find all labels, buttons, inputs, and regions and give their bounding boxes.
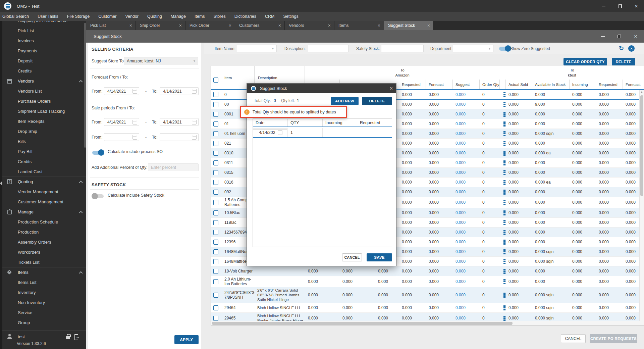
sidebar-item-credits[interactable]: Credits [2, 66, 86, 76]
row-checkbox[interactable] [213, 200, 218, 205]
row-menu-icon[interactable] [500, 313, 506, 321]
tab-pick-order[interactable]: Pick Order× [185, 21, 235, 30]
row-checkbox[interactable] [213, 316, 218, 321]
sidebar-item-assembly-orders[interactable]: Assembly Orders [2, 237, 86, 247]
safety-stock-input[interactable] [381, 45, 424, 52]
sidebar-item-pick-list[interactable]: Pick List [2, 26, 86, 36]
tab-pick-list[interactable]: Pick List× [86, 21, 136, 30]
menu-item-settings[interactable]: Settings [279, 12, 303, 21]
tab-close-icon[interactable]: × [179, 23, 182, 28]
row-checkbox[interactable] [213, 151, 218, 156]
sidebar-item-drop-ship[interactable]: Drop Ship [2, 126, 86, 136]
sidebar-item-production-schedule[interactable]: Production Schedule [2, 217, 86, 227]
menu-item-file-storage[interactable]: File Storage [63, 12, 94, 21]
row-menu-icon[interactable] [500, 129, 506, 138]
panel-minimize-icon[interactable] [601, 36, 605, 37]
row-checkbox[interactable] [213, 131, 218, 136]
menu-item-items[interactable]: Items [190, 12, 209, 21]
horizontal-scrollbar[interactable] [211, 321, 644, 325]
row-menu-icon[interactable] [500, 303, 506, 312]
calendar-icon[interactable] [192, 120, 197, 124]
menu-item-customer[interactable]: Customer [94, 12, 121, 21]
table-row[interactable]: 29465Birch Hollow SINGLE LH Poplar Jambs… [211, 313, 644, 321]
forecast-to-input[interactable]: 4/14/2021 [160, 87, 199, 95]
panel-close-icon[interactable]: × [634, 35, 637, 38]
sidebar-item-credits[interactable]: Credits [2, 156, 86, 166]
row-checkbox[interactable] [213, 160, 218, 165]
sidebar-item-vendors-list[interactable]: Vendors List [2, 86, 86, 96]
row-menu-icon[interactable] [500, 287, 506, 303]
calendar-icon[interactable] [192, 89, 197, 94]
row-checkbox[interactable] [213, 269, 218, 274]
sidebar-item-bills[interactable]: Bills [2, 136, 86, 146]
show-zero-toggle[interactable] [499, 47, 511, 51]
row-checkbox[interactable] [213, 220, 218, 225]
logout-icon[interactable] [74, 334, 79, 339]
dialog-delete-button[interactable]: DELETE [362, 97, 392, 105]
calendar-icon[interactable] [132, 89, 137, 94]
safety-stock-toggle[interactable] [92, 194, 104, 198]
row-menu-icon[interactable] [500, 247, 506, 256]
menu-item-vendor[interactable]: Vendor [121, 12, 143, 21]
sidebar-scrollbar[interactable] [84, 23, 86, 148]
sidebar-item-non-inventory[interactable]: Non Inventory [2, 297, 86, 307]
panel-restore-icon[interactable] [618, 35, 621, 38]
table-row[interactable]: 2.0 Ah Lithium-Ion Batteries0.0000.0000.… [211, 276, 644, 287]
cell-amazon-suggest[interactable]: 0.000 [453, 305, 480, 311]
row-checkbox[interactable] [213, 305, 218, 310]
row-menu-icon[interactable] [500, 197, 506, 208]
cell-amazon-suggest[interactable]: 0.000 [453, 239, 480, 245]
sidebar-item-item-receipts[interactable]: Item Receipts [2, 116, 86, 126]
dialog-cancel-button[interactable]: CANCEL [342, 253, 362, 261]
clear-order-qty-button[interactable]: CLEAR ORDER QTY [564, 58, 607, 65]
cell-amazon-suggest[interactable]: 0.000 [453, 210, 480, 216]
cell-amazon-suggest[interactable]: 0.000 [453, 258, 480, 264]
table-row[interactable]: 18-Volt Charger0.0000.0000.0000.0000.000… [211, 266, 644, 276]
row-checkbox[interactable] [213, 293, 218, 298]
table-row[interactable]: 29464Birch Hollow SINGLE LH0.0000.0000.0… [211, 303, 644, 313]
row-menu-icon[interactable] [500, 218, 506, 227]
sidebar-item-items[interactable]: Items [2, 267, 86, 277]
restore-icon[interactable] [618, 4, 622, 8]
tab-close-icon[interactable]: × [129, 23, 132, 28]
dialog-close-icon[interactable]: × [390, 86, 393, 92]
cell-amazon-suggest[interactable]: 0.000 [453, 268, 480, 274]
row-menu-icon[interactable] [500, 148, 506, 158]
cell-amazon-suggest[interactable]: 0.000 [453, 189, 480, 195]
department-select[interactable]: ▼ [453, 45, 493, 52]
sidebar-item-vendors[interactable]: Vendors [2, 76, 86, 86]
cell-amazon-suggest[interactable]: 0.000 [453, 101, 480, 107]
sidebar-item-landed-cost[interactable]: Landed Cost [2, 166, 86, 177]
incoming-cell[interactable] [323, 128, 357, 137]
cell-amazon-suggest[interactable]: 0.000 [453, 179, 480, 185]
row-menu-icon[interactable] [500, 187, 506, 197]
row-checkbox[interactable] [213, 121, 218, 127]
row-menu-icon[interactable] [500, 237, 506, 247]
sale-from-input[interactable]: 4/14/2021 [104, 118, 139, 126]
tab-vendors[interactable]: Vendors× [285, 21, 334, 30]
sidebar-item-workorders[interactable]: Workorders [2, 247, 86, 257]
sidebar-item-service[interactable]: Service [2, 307, 86, 317]
sidebar-item-quoting[interactable]: Quoting [2, 177, 86, 187]
calendar-icon[interactable] [132, 135, 137, 140]
calendar-icon[interactable] [132, 120, 137, 124]
sidebar-item-shipping-for-e-commerce[interactable]: Shipping for e-Commerce [2, 21, 86, 26]
tab-customers[interactable]: Customers× [235, 21, 285, 30]
cell-amazon-suggest[interactable]: 0.000 [453, 160, 480, 166]
cell-amazon-suggest[interactable]: 0.000 [453, 229, 480, 235]
tab-close-icon[interactable]: × [378, 23, 380, 28]
close-icon[interactable]: × [635, 4, 638, 8]
row-checkbox[interactable] [213, 230, 218, 235]
apply-button[interactable]: APPLY [174, 335, 199, 344]
row-checkbox[interactable] [213, 279, 218, 284]
row-menu-icon[interactable] [500, 158, 506, 167]
calendar-icon[interactable] [278, 130, 282, 135]
row-menu-icon[interactable] [500, 100, 506, 109]
cell-amazon-suggest[interactable]: 0.000 [453, 315, 480, 321]
cell-amazon-suggest[interactable]: 0.000 [453, 111, 480, 117]
cell-amazon-suggest[interactable]: 0.000 [453, 292, 480, 298]
sale-to-input[interactable]: 4/14/2021 [160, 118, 199, 126]
sidebar-item-vendor-management[interactable]: Vendor Management [2, 187, 86, 197]
percent-input[interactable] [148, 163, 199, 171]
suggest-store-select[interactable]: Amazon; ktest; NJ ▼ [124, 57, 198, 65]
